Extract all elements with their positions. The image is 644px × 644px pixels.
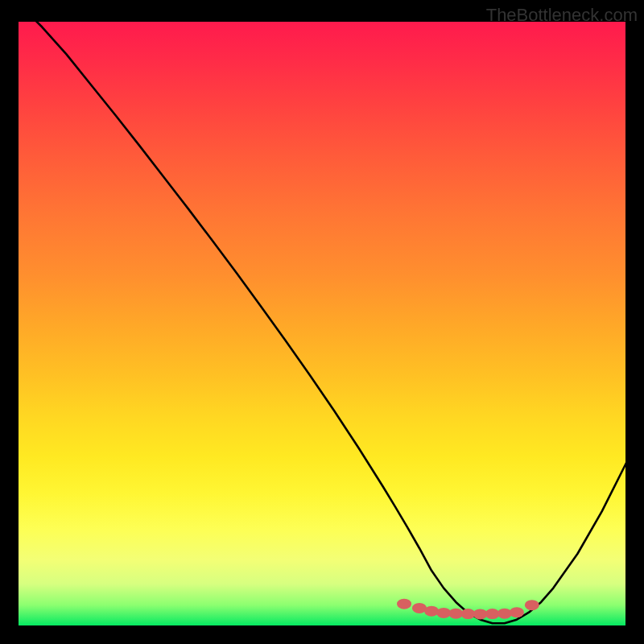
highlight-dots	[397, 599, 539, 620]
highlight-dot	[424, 606, 439, 617]
highlight-dot	[497, 609, 512, 619]
chart-container: TheBottleneck.com	[0, 0, 644, 644]
highlight-dot	[397, 599, 411, 609]
plot-area	[18, 21, 626, 626]
chart-svg	[18, 21, 626, 626]
highlight-dot	[525, 600, 539, 610]
highlight-dot	[510, 607, 524, 617]
watermark-text: TheBottleneck.com	[486, 5, 638, 26]
curve-line	[18, 21, 626, 623]
